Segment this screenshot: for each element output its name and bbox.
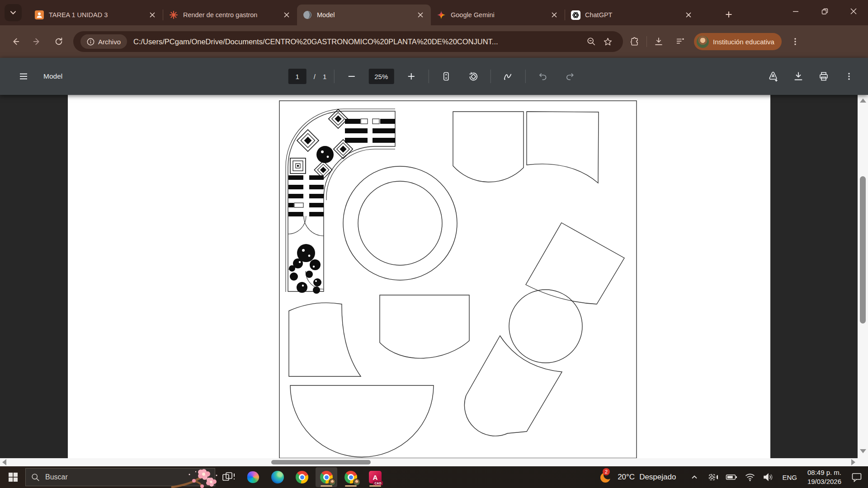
profile-badge-avatar (329, 479, 336, 486)
close-icon[interactable] (549, 10, 559, 20)
scroll-up-icon[interactable] (860, 99, 866, 103)
bookmark-star-icon[interactable] (599, 33, 616, 50)
close-icon[interactable] (415, 10, 425, 20)
rotate-button[interactable] (463, 66, 483, 86)
starburst-favicon (169, 10, 179, 20)
minimize-button[interactable] (781, 0, 810, 23)
add-text-button[interactable] (763, 66, 783, 86)
tab-search-button[interactable] (5, 4, 22, 21)
tab-tarea[interactable]: TAREA 1 UNIDAD 3 (29, 5, 163, 25)
edge-button[interactable] (267, 467, 288, 487)
chrome-button[interactable] (291, 467, 313, 487)
task-view-icon (222, 471, 236, 483)
close-icon[interactable] (684, 10, 693, 20)
tab-title: Model (317, 11, 411, 19)
pdf-more-button[interactable] (839, 66, 859, 86)
undo-icon (538, 71, 547, 81)
horizontal-scrollbar[interactable] (0, 458, 858, 466)
horizontal-scroll-thumb[interactable] (271, 460, 371, 465)
taskbar-search[interactable]: Buscar (25, 468, 215, 486)
vertical-scroll-thumb[interactable] (860, 176, 866, 324)
volume-button[interactable] (761, 467, 776, 487)
profile-chip[interactable]: Institución educativa (694, 33, 782, 50)
restore-button[interactable] (810, 0, 839, 23)
taskbar-clock[interactable]: 08:49 p. m. 19/03/2026 (807, 468, 841, 486)
reload-button[interactable] (49, 32, 69, 52)
close-icon[interactable] (147, 10, 157, 20)
redo-button[interactable] (560, 66, 580, 86)
zoom-out-button[interactable] (341, 66, 361, 86)
tab-title: Google Gemini (451, 11, 545, 19)
downloads-button[interactable] (649, 32, 669, 52)
forward-button[interactable] (27, 32, 47, 52)
close-icon[interactable] (282, 10, 292, 20)
pdf-content-area[interactable] (0, 95, 868, 466)
battery-button[interactable] (724, 467, 739, 487)
pdf-right-controls (763, 58, 859, 95)
more-options-icon (845, 72, 853, 80)
file-scheme-chip[interactable]: Archivo (80, 34, 127, 49)
tray-chevron-button[interactable] (687, 467, 702, 487)
scroll-right-icon[interactable] (851, 459, 855, 465)
blossom-decoration (166, 468, 220, 488)
browser-window: TAREA 1 UNIDAD 3 Render de centro gastro… (0, 0, 868, 488)
weather-temperature: 20°C (618, 473, 635, 482)
print-button[interactable] (814, 66, 834, 86)
classroom-favicon (34, 10, 44, 20)
annotate-button[interactable] (498, 66, 518, 86)
chrome-window-active-button[interactable] (316, 467, 337, 487)
weather-widget[interactable]: 2 20°C Despejado (599, 470, 676, 484)
chip-label: Archivo (98, 38, 121, 46)
wifi-button[interactable] (742, 467, 758, 487)
hamburger-icon (19, 72, 28, 81)
edge-icon (271, 471, 284, 483)
tab-model[interactable]: Model (297, 5, 431, 25)
fit-page-button[interactable] (436, 66, 456, 86)
vertical-scrollbar[interactable] (858, 95, 868, 458)
search-placeholder: Buscar (45, 473, 68, 481)
tabs: TAREA 1 UNIDAD 3 Render de centro gastro… (29, 5, 699, 25)
page-number-input[interactable]: 1 (288, 69, 307, 84)
page-divider: / (314, 73, 316, 80)
autocad-icon: ACAD (369, 471, 382, 483)
copilot-icon (247, 471, 259, 483)
pdf-download-button[interactable] (788, 66, 808, 86)
start-button[interactable] (3, 467, 24, 487)
pdf-menu-button[interactable] (14, 66, 33, 86)
toolbar-divider (490, 70, 491, 83)
zoom-level[interactable]: 25% (368, 69, 394, 84)
undo-button[interactable] (533, 66, 552, 86)
scroll-down-icon[interactable] (860, 449, 866, 453)
tab-chatgpt[interactable]: ChatGPT (565, 5, 699, 25)
flower-blossom (206, 478, 217, 487)
chrome-window-button[interactable] (340, 467, 362, 487)
autocad-button[interactable]: ACAD (364, 467, 386, 487)
browser-menu-button[interactable] (785, 32, 805, 52)
zoom-in-button[interactable] (401, 66, 421, 86)
task-view-button[interactable] (218, 467, 240, 487)
language-indicator[interactable]: ENG (782, 474, 797, 481)
tab-strip: TAREA 1 UNIDAD 3 Render de centro gastro… (0, 0, 868, 25)
copilot-button[interactable] (242, 467, 264, 487)
notification-icon (851, 472, 862, 482)
url-text[interactable]: C:/Users/PCgam/OneDrive/Documents/CENTRO… (133, 38, 583, 46)
tab-render[interactable]: Render de centro gastron (163, 5, 297, 25)
tray-chevron-icon (691, 474, 698, 481)
redo-icon (565, 71, 575, 81)
back-button[interactable] (5, 32, 25, 52)
zoom-icon[interactable] (583, 33, 599, 50)
pdf-title: Model (43, 72, 62, 80)
new-tab-icon (725, 11, 732, 18)
notification-center-button[interactable] (849, 467, 864, 487)
scroll-left-icon[interactable] (2, 459, 6, 465)
pdf-center-controls: 1 / 1 25% (288, 58, 580, 95)
tab-gemini[interactable]: Google Gemini (431, 5, 565, 25)
info-icon (87, 38, 94, 46)
extensions-button[interactable] (625, 32, 645, 52)
address-bar[interactable]: Archivo C:/Users/PCgam/OneDrive/Document… (73, 31, 623, 52)
tab-title: Render de centro gastron (183, 11, 277, 19)
new-tab-button[interactable] (721, 6, 737, 23)
close-window-button[interactable] (839, 0, 868, 23)
reading-list-button[interactable] (670, 32, 690, 52)
cast-button[interactable] (705, 467, 721, 487)
